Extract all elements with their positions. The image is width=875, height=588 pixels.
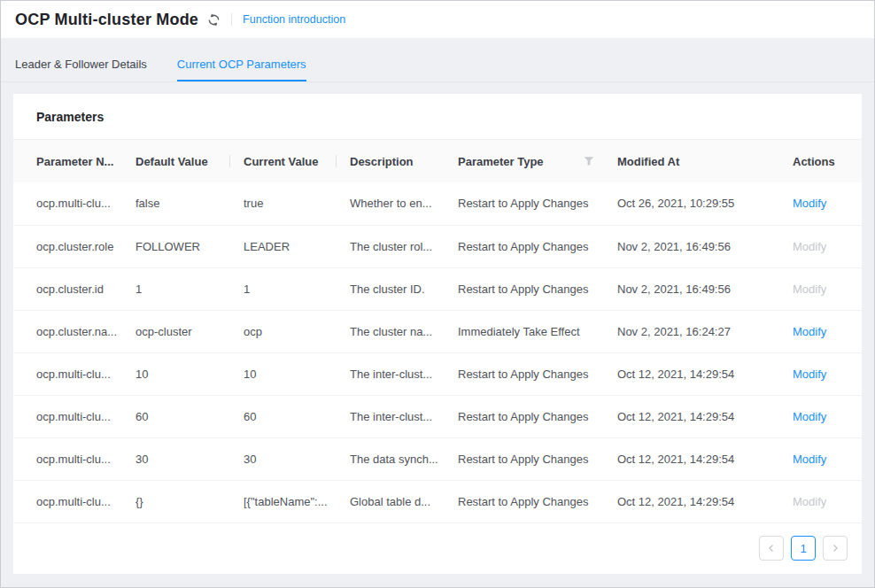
previous-page-button <box>759 536 784 561</box>
chevron-left-icon <box>767 544 776 553</box>
table-row: ocp.multi-clu... 10 10 The inter-clust..… <box>13 352 862 395</box>
cell-default-value: ocp-cluster <box>121 310 229 352</box>
function-introduction-link[interactable]: Function introduction <box>243 13 345 26</box>
cell-default-value: false <box>121 182 229 225</box>
cell-parameter-name: ocp.multi-clu... <box>13 182 121 225</box>
modify-button[interactable]: Modify <box>793 368 826 381</box>
cell-modified-at: Oct 12, 2021, 14:29:54 <box>603 395 778 437</box>
cell-parameter-type: Restart to Apply Changes <box>444 182 603 225</box>
col-current-value: Current Value <box>229 140 336 182</box>
pagination: 1 <box>13 523 862 574</box>
cell-description: The data synch... <box>336 437 444 480</box>
cell-default-value: 1 <box>121 267 229 310</box>
cell-current-value: ocp <box>229 310 336 352</box>
cell-parameter-name: ocp.multi-clu... <box>13 352 121 395</box>
col-parameter-name: Parameter N... <box>13 140 121 182</box>
cell-parameter-type: Restart to Apply Changes <box>444 225 603 267</box>
cell-parameter-type: Restart to Apply Changes <box>444 437 603 480</box>
parameter-type-filter-button[interactable] <box>584 156 594 166</box>
modify-button: Modify <box>793 282 826 296</box>
table-row: ocp.cluster.role FOLLOWER LEADER The clu… <box>13 225 862 267</box>
table-row: ocp.multi-clu... 60 60 The inter-clust..… <box>13 395 862 437</box>
cell-current-value: 60 <box>229 395 336 437</box>
next-page-button <box>823 536 848 561</box>
col-modified-at: Modified At <box>603 140 778 182</box>
cell-parameter-name: ocp.cluster.id <box>13 267 121 310</box>
cell-parameter-type: Restart to Apply Changes <box>444 352 603 395</box>
table-row: ocp.multi-clu... {} [{"tableName":... Gl… <box>13 480 862 522</box>
cell-description: Whether to en... <box>336 182 444 225</box>
table-row: ocp.cluster.id 1 1 The cluster ID. Resta… <box>13 267 862 310</box>
tab-leader-follower-details[interactable]: Leader & Follower Details <box>15 58 147 81</box>
cell-current-value: LEADER <box>229 225 336 267</box>
cell-description: The cluster rol... <box>336 225 444 267</box>
cell-parameter-type: Restart to Apply Changes <box>444 395 603 437</box>
cell-modified-at: Oct 12, 2021, 14:29:54 <box>603 352 778 395</box>
page-title: OCP Multi-cluster Mode <box>15 11 198 29</box>
col-parameter-type-label: Parameter Type <box>458 155 544 168</box>
parameters-card: Parameters Parameter N... Default Value … <box>13 94 862 574</box>
cell-description: The cluster ID. <box>336 267 444 310</box>
filter-funnel-icon <box>584 156 594 166</box>
table-row: ocp.multi-clu... false true Whether to e… <box>13 182 862 225</box>
cell-modified-at: Oct 12, 2021, 14:29:54 <box>603 480 778 522</box>
tab-bar: Leader & Follower Details Current OCP Pa… <box>1 52 874 82</box>
cell-modified-at: Nov 2, 2021, 16:49:56 <box>603 225 778 267</box>
cell-modified-at: Nov 2, 2021, 16:24:27 <box>603 310 778 352</box>
cell-default-value: FOLLOWER <box>121 225 229 267</box>
cell-current-value: 1 <box>229 267 336 310</box>
table-row: ocp.multi-clu... 30 30 The data synch...… <box>13 437 862 480</box>
tab-current-ocp-parameters[interactable]: Current OCP Parameters <box>177 58 306 81</box>
modify-button: Modify <box>793 495 826 508</box>
cell-parameter-type: Restart to Apply Changes <box>444 267 603 310</box>
cell-current-value: 10 <box>229 352 336 395</box>
cell-modified-at: Oct 12, 2021, 14:29:54 <box>603 437 778 480</box>
cell-parameter-name: ocp.multi-clu... <box>13 437 121 480</box>
cell-current-value: [{"tableName":... <box>229 480 336 522</box>
modify-button[interactable]: Modify <box>793 197 826 210</box>
cell-default-value: 30 <box>121 437 229 480</box>
cell-default-value: {} <box>121 480 229 522</box>
col-default-value: Default Value <box>121 140 229 182</box>
cell-parameter-name: ocp.multi-clu... <box>13 480 121 522</box>
cell-default-value: 60 <box>121 395 229 437</box>
modify-button: Modify <box>793 240 826 253</box>
header-divider <box>231 13 232 26</box>
col-actions: Actions <box>778 140 862 182</box>
cell-parameter-name: ocp.multi-clu... <box>13 395 121 437</box>
modify-button[interactable]: Modify <box>793 325 826 338</box>
cell-parameter-name: ocp.cluster.na... <box>13 310 121 352</box>
cell-description: The inter-clust... <box>336 352 444 395</box>
chevron-right-icon <box>831 544 840 553</box>
cell-default-value: 10 <box>121 352 229 395</box>
card-title: Parameters <box>13 94 862 140</box>
page-header: OCP Multi-cluster Mode Function introduc… <box>1 1 874 38</box>
cell-current-value: 30 <box>229 437 336 480</box>
sync-icon <box>207 13 221 27</box>
table-row: ocp.cluster.na... ocp-cluster ocp The cl… <box>13 310 862 352</box>
cell-description: The inter-clust... <box>336 395 444 437</box>
modify-button[interactable]: Modify <box>793 410 826 423</box>
cell-description: The cluster na... <box>336 310 444 352</box>
cell-parameter-type: Immediately Take Effect <box>444 310 603 352</box>
col-parameter-type: Parameter Type <box>444 140 603 182</box>
cell-description: Global table d... <box>336 480 444 522</box>
table-header-row: Parameter N... Default Value Current Val… <box>13 140 862 182</box>
refresh-button[interactable] <box>207 13 221 27</box>
cell-parameter-type: Restart to Apply Changes <box>444 480 603 522</box>
cell-current-value: true <box>229 182 336 225</box>
parameters-table: Parameter N... Default Value Current Val… <box>13 140 862 523</box>
modify-button[interactable]: Modify <box>793 453 826 466</box>
col-description: Description <box>336 140 444 182</box>
page-1-button[interactable]: 1 <box>791 536 816 561</box>
cell-parameter-name: ocp.cluster.role <box>13 225 121 267</box>
cell-modified-at: Oct 26, 2021, 10:29:55 <box>603 182 778 225</box>
cell-modified-at: Nov 2, 2021, 16:49:56 <box>603 267 778 310</box>
